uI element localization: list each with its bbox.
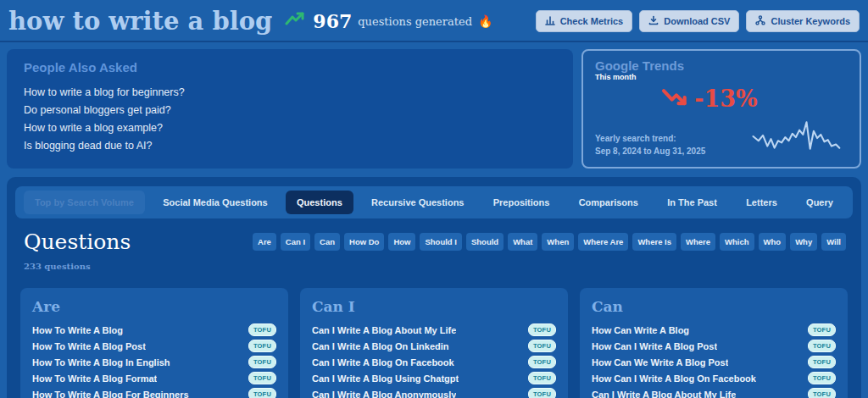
- tab-item[interactable]: Top by Search Volume: [24, 191, 145, 214]
- cluster-keywords-button[interactable]: Cluster Keywords: [746, 10, 860, 32]
- trend-up-icon: [284, 12, 306, 30]
- tab-item[interactable]: Prepositions: [482, 191, 561, 214]
- google-trends-title: Google Trends: [595, 58, 848, 73]
- trends-range-dates: Sep 8, 2024 to Aug 31, 2025: [595, 145, 705, 158]
- questions-panel: Top by Search VolumeSocial Media Questio…: [7, 177, 861, 398]
- question-row[interactable]: How To Write A Blog Post TOFU: [32, 340, 276, 352]
- funnel-badge: TOFU: [528, 388, 556, 398]
- people-also-asked-item: Is blogging dead due to AI?: [24, 137, 556, 155]
- trends-range: Yearly search trend: Sep 8, 2024 to Aug …: [595, 132, 705, 158]
- funnel-badge: TOFU: [808, 356, 836, 368]
- question-row[interactable]: How To Write A Blog For Beginners TOFU: [32, 388, 276, 398]
- question-card-are: Are How To Write A Blog TOFU How To Writ…: [20, 288, 288, 398]
- question-row[interactable]: Can I Write A Blog Anonymously TOFU: [312, 388, 556, 398]
- tab-bar: Top by Search VolumeSocial Media Questio…: [15, 186, 853, 218]
- card-title: Can I: [312, 298, 556, 315]
- download-icon: [648, 15, 659, 27]
- funnel-badge: TOFU: [248, 356, 276, 368]
- tab-item[interactable]: Letters: [735, 191, 788, 214]
- filter-chip[interactable]: How: [388, 233, 415, 251]
- question-text: Can I Write A Blog On Facebook: [312, 357, 454, 368]
- filter-chip[interactable]: Why: [790, 233, 817, 251]
- question-text: Can I Write A Blog About My Life: [312, 325, 456, 335]
- tab-item[interactable]: Comparisons: [568, 191, 649, 214]
- funnel-badge: TOFU: [528, 340, 556, 352]
- question-text: Can I Write A Blog About My Life: [592, 390, 736, 398]
- download-csv-button[interactable]: Download CSV: [639, 10, 739, 32]
- question-text: Can I Write A Blog On Linkedin: [312, 341, 449, 351]
- summary-row: People Also Asked How to write a blog fo…: [0, 42, 868, 172]
- tab-item[interactable]: Questions: [286, 191, 353, 214]
- check-metrics-label: Check Metrics: [560, 16, 624, 26]
- question-row[interactable]: Can I Write A Blog On Facebook TOFU: [312, 356, 556, 368]
- question-columns: Are How To Write A Blog TOFU How To Writ…: [15, 271, 853, 398]
- question-row[interactable]: How Can I Write A Blog On Facebook TOFU: [592, 372, 836, 384]
- question-row[interactable]: Can I Write A Blog Using Chatgpt TOFU: [312, 372, 556, 384]
- download-csv-label: Download CSV: [664, 16, 730, 26]
- filter-chip[interactable]: Where: [681, 233, 715, 251]
- filter-chip[interactable]: Who: [759, 233, 787, 251]
- flame-icon: 🔥: [478, 14, 492, 28]
- people-also-asked-panel: People Also Asked How to write a blog fo…: [7, 49, 573, 169]
- question-row[interactable]: How To Write A Blog Format TOFU: [32, 372, 276, 384]
- generated-count-label: questions generated: [358, 15, 472, 28]
- question-row[interactable]: Can I Write A Blog About My Life TOFU: [592, 388, 836, 398]
- tab-item[interactable]: Social Media Questions: [152, 191, 278, 214]
- question-row[interactable]: How Can I Write A Blog Post TOFU: [592, 340, 836, 352]
- tab-item[interactable]: In The Past: [656, 191, 728, 214]
- filter-chip[interactable]: Should: [466, 233, 504, 251]
- question-row[interactable]: How To Write A Blog In English TOFU: [32, 356, 276, 368]
- funnel-badge: TOFU: [248, 372, 276, 384]
- filter-chip[interactable]: Are: [253, 233, 276, 251]
- people-also-asked-list: How to write a blog for beginners?Do per…: [24, 84, 556, 155]
- question-text: How Can I Write A Blog Post: [592, 341, 717, 351]
- question-card-can-i: Can I Can I Write A Blog About My Life T…: [300, 288, 568, 398]
- filter-chip[interactable]: Where Are: [578, 233, 628, 251]
- filter-chip[interactable]: What: [508, 233, 537, 251]
- question-text: How To Write A Blog In English: [32, 357, 170, 368]
- trends-footer: Yearly search trend: Sep 8, 2024 to Aug …: [595, 119, 848, 158]
- filter-chip[interactable]: Should I: [420, 233, 461, 251]
- filter-chip[interactable]: How Do: [344, 233, 384, 251]
- funnel-badge: TOFU: [808, 388, 836, 398]
- card-title: Are: [32, 298, 276, 315]
- tab-item[interactable]: Query: [795, 191, 844, 214]
- question-card-can: Can How Can Write A Blog TOFU How Can I …: [580, 288, 848, 398]
- funnel-badge: TOFU: [248, 323, 276, 336]
- people-also-asked-item: Do personal bloggers get paid?: [24, 102, 556, 119]
- question-text: How To Write A Blog Format: [32, 373, 157, 384]
- header: how to write a blog 967 questions genera…: [0, 0, 868, 42]
- header-buttons: Check Metrics Download CSV Cluster Keywo…: [536, 10, 860, 32]
- check-metrics-button[interactable]: Check Metrics: [536, 10, 633, 32]
- question-text: How To Write A Blog For Beginners: [32, 390, 189, 398]
- filter-chip[interactable]: When: [542, 233, 574, 251]
- trends-change-value: -13%: [694, 87, 757, 111]
- people-also-asked-title: People Also Asked: [24, 60, 556, 75]
- tab-item[interactable]: Recursive Questions: [360, 191, 475, 214]
- question-row[interactable]: How Can We Write A Blog Post TOFU: [592, 356, 836, 368]
- question-text: Can I Write A Blog Anonymously: [312, 390, 456, 398]
- question-row[interactable]: How Can Write A Blog TOFU: [592, 323, 836, 336]
- section-count: 233 questions: [24, 262, 131, 271]
- section-title: Questions: [24, 230, 131, 254]
- page-title: how to write a blog: [8, 7, 272, 36]
- question-list: How Can Write A Blog TOFU How Can I Writ…: [592, 323, 836, 398]
- question-row[interactable]: Can I Write A Blog About My Life TOFU: [312, 323, 556, 336]
- funnel-badge: TOFU: [808, 323, 836, 336]
- filter-chip[interactable]: Which: [720, 233, 754, 251]
- filter-chip-row: AreCan ICanHow DoHowShould IShouldWhatWh…: [253, 233, 846, 251]
- filter-chip[interactable]: Can: [314, 233, 340, 251]
- people-also-asked-item: How to write a blog example?: [24, 119, 556, 137]
- filter-chip[interactable]: Will: [821, 233, 846, 251]
- funnel-badge: TOFU: [808, 372, 836, 384]
- trend-down-icon: [659, 86, 690, 112]
- filter-chip[interactable]: Where Is: [632, 233, 676, 251]
- funnel-badge: TOFU: [248, 388, 276, 398]
- cluster-icon: [755, 15, 765, 27]
- question-row[interactable]: Can I Write A Blog On Linkedin TOFU: [312, 340, 556, 352]
- question-text: How To Write A Blog: [32, 325, 123, 335]
- trends-change-row: -13%: [595, 86, 822, 112]
- filter-chip[interactable]: Can I: [281, 233, 310, 251]
- question-row[interactable]: How To Write A Blog TOFU: [32, 323, 276, 336]
- funnel-badge: TOFU: [248, 340, 276, 352]
